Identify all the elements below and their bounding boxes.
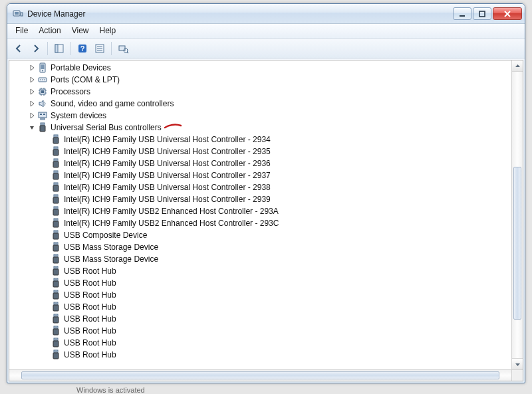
svg-rect-68	[53, 209, 59, 215]
tree-device[interactable]: Intel(R) ICH9 Family USB Universal Host …	[11, 169, 511, 181]
tree-device[interactable]: USB Composite Device	[11, 229, 511, 241]
expand-icon[interactable]	[27, 86, 37, 97]
device-manager-window: Device Manager File Action View Help	[7, 3, 525, 383]
device-tree[interactable]: Portable DevicesPorts (COM & LPT)Process…	[9, 60, 511, 369]
scan-hardware-button[interactable]	[116, 41, 130, 56]
svg-rect-96	[53, 293, 59, 299]
tree-category[interactable]: Sound, video and game controllers	[11, 98, 511, 110]
svg-rect-110	[55, 339, 56, 340]
tree-category[interactable]: Processors	[11, 86, 511, 98]
close-button[interactable]	[493, 7, 522, 20]
svg-rect-80	[53, 245, 59, 251]
svg-rect-42	[55, 136, 56, 137]
svg-rect-98	[55, 303, 56, 304]
tree-device-label: USB Root Hub	[64, 326, 116, 336]
expand-icon[interactable]	[27, 74, 37, 85]
tree-device[interactable]: Intel(R) ICH9 Family USB Universal Host …	[11, 181, 511, 193]
forward-button[interactable]	[29, 41, 43, 56]
horizontal-scroll-thumb[interactable]	[21, 371, 499, 379]
toolbar: ?	[7, 39, 525, 58]
tree-category[interactable]: Universal Serial Bus controllers	[11, 122, 511, 134]
tree-category-label: Portable Devices	[51, 63, 111, 72]
tree-device-label: Intel(R) ICH9 Family USB Universal Host …	[64, 195, 271, 204]
svg-rect-58	[55, 183, 56, 185]
tree-device[interactable]: Intel(R) ICH9 Family USB Universal Host …	[11, 146, 511, 157]
vertical-scrollbar[interactable]	[511, 60, 523, 369]
svg-rect-89	[54, 278, 58, 281]
system-devices-icon	[37, 110, 48, 121]
tree-device[interactable]: USB Root Hub	[11, 301, 511, 313]
svg-rect-107	[57, 327, 57, 328]
svg-rect-38	[42, 124, 43, 125]
tree-device[interactable]: USB Root Hub	[11, 265, 511, 277]
svg-rect-62	[55, 195, 56, 197]
back-button[interactable]	[11, 41, 26, 56]
expand-icon[interactable]	[27, 98, 37, 109]
svg-rect-86	[55, 267, 56, 268]
help-button[interactable]: ?	[75, 41, 90, 56]
menu-view[interactable]: View	[66, 24, 94, 38]
properties-button[interactable]	[92, 41, 107, 56]
usb-device-icon	[51, 254, 61, 264]
menu-file[interactable]: File	[10, 24, 33, 38]
show-hide-console-tree-button[interactable]	[52, 41, 66, 56]
svg-rect-50	[55, 159, 56, 161]
svg-rect-69	[54, 219, 58, 221]
svg-rect-101	[54, 314, 58, 317]
svg-rect-93	[54, 290, 58, 293]
tree-device-label: Intel(R) ICH9 Family USB Universal Host …	[64, 147, 271, 156]
svg-point-21	[42, 79, 43, 80]
tree-device-label: Intel(R) ICH9 Family USB Universal Host …	[64, 135, 271, 144]
svg-rect-61	[54, 195, 58, 197]
minimize-button[interactable]	[453, 7, 471, 20]
tree-category-label: Sound, video and game controllers	[51, 99, 174, 108]
tree-device-label: USB Mass Storage Device	[64, 254, 158, 264]
scroll-down-button[interactable]	[512, 358, 523, 369]
horizontal-scrollbar[interactable]	[9, 369, 511, 381]
svg-rect-83	[57, 255, 57, 256]
maximize-button[interactable]	[473, 7, 491, 20]
svg-rect-85	[54, 266, 58, 269]
menu-action[interactable]: Action	[33, 24, 66, 38]
tree-device[interactable]: Intel(R) ICH9 Family USB2 Enhanced Host …	[11, 217, 511, 229]
scroll-up-button[interactable]	[512, 60, 523, 72]
tree-device[interactable]: Intel(R) ICH9 Family USB Universal Host …	[11, 157, 511, 169]
svg-rect-54	[55, 171, 56, 173]
svg-rect-4	[479, 11, 485, 17]
expand-icon[interactable]	[27, 62, 37, 73]
expand-icon[interactable]	[27, 110, 37, 121]
usb-device-icon	[51, 242, 61, 252]
svg-rect-34	[40, 114, 42, 115]
svg-rect-88	[53, 269, 59, 275]
tree-device[interactable]: USB Mass Storage Device	[11, 241, 511, 253]
svg-rect-33	[39, 112, 47, 118]
tree-category[interactable]: Portable Devices	[11, 62, 511, 74]
tree-category[interactable]: System devices	[11, 110, 511, 122]
app-icon	[13, 9, 23, 19]
tree-device[interactable]: Intel(R) ICH9 Family USB Universal Host …	[11, 134, 511, 146]
tree-device[interactable]: USB Root Hub	[11, 277, 511, 289]
svg-rect-78	[55, 243, 56, 245]
svg-rect-40	[40, 126, 45, 132]
svg-rect-112	[53, 341, 59, 347]
svg-rect-100	[53, 305, 59, 311]
toolbar-separator	[70, 42, 71, 55]
tree-device[interactable]: USB Mass Storage Device	[11, 253, 511, 265]
tree-device[interactable]: Intel(R) ICH9 Family USB Universal Host …	[11, 193, 511, 205]
svg-line-15	[127, 52, 128, 53]
tree-device[interactable]: USB Root Hub	[11, 337, 511, 349]
tree-device[interactable]: USB Root Hub	[11, 349, 511, 361]
tree-device[interactable]: USB Root Hub	[11, 289, 511, 301]
tree-device[interactable]: USB Root Hub	[11, 313, 511, 325]
usb-device-icon	[51, 230, 61, 241]
tree-device[interactable]: Intel(R) ICH9 Family USB2 Enhanced Host …	[11, 205, 511, 217]
tree-category[interactable]: Ports (COM & LPT)	[11, 74, 511, 86]
tree-device[interactable]: USB Root Hub	[11, 325, 511, 337]
menu-help[interactable]: Help	[94, 24, 122, 38]
vertical-scroll-thumb[interactable]	[513, 167, 521, 320]
collapse-icon[interactable]	[27, 122, 37, 133]
titlebar[interactable]: Device Manager	[7, 4, 525, 24]
annotation-mark-icon	[164, 122, 182, 131]
tree-device-label: USB Root Hub	[64, 338, 116, 347]
svg-rect-45	[54, 147, 58, 149]
